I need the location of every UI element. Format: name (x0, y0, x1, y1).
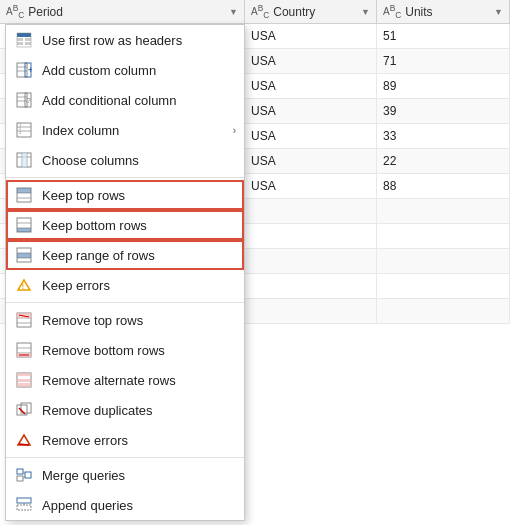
menu-item-index-column[interactable]: 123Index column› (6, 115, 244, 145)
menu-item-remove-alternate-rows[interactable]: Remove alternate rows (6, 365, 244, 395)
svg-text:!: ! (22, 283, 24, 290)
cell-units: 89 (377, 74, 510, 98)
cell-country: USA (245, 74, 377, 98)
menu-item-label: Keep bottom rows (42, 218, 236, 233)
menu-item-label: Merge queries (42, 468, 236, 483)
menu-divider (6, 302, 244, 303)
menu-item-remove-top-rows[interactable]: Remove top rows (6, 305, 244, 335)
svg-rect-52 (17, 379, 31, 382)
cell-units: 51 (377, 24, 510, 48)
country-label: Country (273, 5, 357, 19)
cell-country (245, 249, 377, 273)
units-filter-icon[interactable]: ▼ (494, 7, 503, 17)
menu-item-label: Use first row as headers (42, 33, 236, 48)
svg-rect-53 (17, 383, 31, 387)
menu-item-label: Remove duplicates (42, 403, 236, 418)
cell-units (377, 299, 510, 323)
menu-item-label: Add custom column (42, 63, 236, 78)
svg-rect-4 (25, 42, 31, 45)
svg-rect-63 (17, 498, 31, 503)
index-col-icon: 123 (14, 120, 34, 140)
choose-col-icon (14, 150, 34, 170)
table-header-icon (14, 30, 34, 50)
menu-item-keep-bottom-rows[interactable]: Keep bottom rows (6, 210, 244, 240)
col-header-units[interactable]: ABC Units ▼ (377, 0, 510, 23)
menu-item-label: Choose columns (42, 153, 236, 168)
submenu-arrow-icon: › (233, 125, 236, 136)
append-icon (14, 495, 34, 515)
cell-country: USA (245, 149, 377, 173)
menu-divider (6, 177, 244, 178)
col-header-country[interactable]: ABC Country ▼ (245, 0, 377, 23)
menu-item-choose-columns[interactable]: Choose columns (6, 145, 244, 175)
svg-rect-2 (25, 38, 31, 41)
cell-country: USA (245, 99, 377, 123)
keep-errors-icon: ! (14, 275, 34, 295)
svg-rect-58 (17, 469, 23, 474)
svg-text:?: ? (27, 96, 32, 105)
merge-icon (14, 465, 34, 485)
country-filter-icon[interactable]: ▼ (361, 7, 370, 17)
menu-item-remove-duplicates[interactable]: Remove duplicates (6, 395, 244, 425)
remove-alternate-icon (14, 370, 34, 390)
menu-item-label: Remove bottom rows (42, 343, 236, 358)
cell-country (245, 274, 377, 298)
menu-item-add-conditional-column[interactable]: ?Add conditional column (6, 85, 244, 115)
cell-country: USA (245, 49, 377, 73)
cell-units: 33 (377, 124, 510, 148)
menu-item-use-first-row[interactable]: Use first row as headers (6, 25, 244, 55)
cell-units (377, 274, 510, 298)
period-filter-icon[interactable]: ▼ (229, 7, 238, 17)
conditional-col-icon: ? (14, 90, 34, 110)
remove-top-icon (14, 310, 34, 330)
menu-divider (6, 457, 244, 458)
cell-country: USA (245, 24, 377, 48)
cell-units (377, 199, 510, 223)
cell-units: 71 (377, 49, 510, 73)
menu-item-label: Index column (42, 123, 233, 138)
remove-duplicates-icon (14, 400, 34, 420)
menu-item-label: Remove alternate rows (42, 373, 236, 388)
svg-rect-64 (17, 505, 31, 510)
period-label: Period (28, 5, 225, 19)
svg-text:+: + (28, 65, 32, 75)
col-header-period[interactable]: ABC Period ▼ (0, 0, 245, 23)
svg-rect-38 (17, 253, 31, 258)
menu-item-label: Add conditional column (42, 93, 236, 108)
cell-units (377, 249, 510, 273)
svg-rect-3 (17, 42, 23, 45)
cell-country (245, 299, 377, 323)
menu-item-remove-bottom-rows[interactable]: Remove bottom rows (6, 335, 244, 365)
keep-top-icon (14, 185, 34, 205)
svg-rect-59 (17, 476, 23, 481)
menu-item-keep-top-rows[interactable]: Keep top rows (6, 180, 244, 210)
svg-rect-51 (17, 373, 31, 376)
custom-col-icon: + (14, 60, 34, 80)
cell-units (377, 224, 510, 248)
remove-errors-icon (14, 430, 34, 450)
cell-country: USA (245, 174, 377, 198)
cell-units: 39 (377, 99, 510, 123)
svg-rect-1 (17, 38, 23, 41)
remove-bottom-icon (14, 340, 34, 360)
table-header: ABC Period ▼ ABC Country ▼ ABC Units ▼ (0, 0, 510, 24)
cell-country (245, 224, 377, 248)
menu-item-remove-errors[interactable]: Remove errors (6, 425, 244, 455)
svg-rect-26 (22, 153, 27, 167)
menu-item-merge-queries[interactable]: Merge queries (6, 460, 244, 490)
menu-item-label: Keep range of rows (42, 248, 236, 263)
menu-item-keep-errors[interactable]: !Keep errors (6, 270, 244, 300)
svg-rect-0 (17, 33, 31, 37)
svg-rect-34 (17, 228, 31, 232)
menu-item-add-custom-column[interactable]: +Add custom column (6, 55, 244, 85)
svg-line-57 (19, 444, 29, 445)
keep-range-icon (14, 245, 34, 265)
menu-item-label: Keep errors (42, 278, 236, 293)
cell-units: 22 (377, 149, 510, 173)
menu-item-keep-range-of-rows[interactable]: Keep range of rows (6, 240, 244, 270)
menu-item-label: Keep top rows (42, 188, 236, 203)
menu-item-append-queries[interactable]: Append queries (6, 490, 244, 520)
country-type-icon: ABC (251, 3, 269, 20)
dropdown-menu: Use first row as headers+Add custom colu… (5, 24, 245, 521)
svg-rect-30 (17, 188, 31, 193)
